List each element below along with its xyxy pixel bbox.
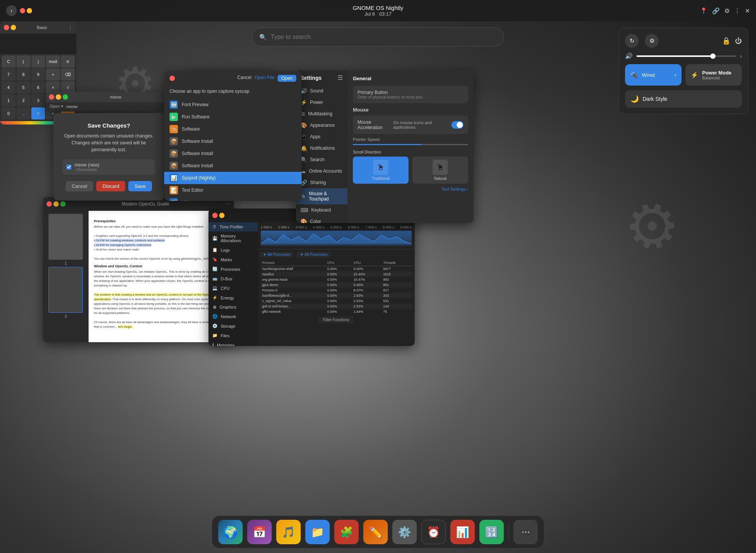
open-menu[interactable]: Open ▾ bbox=[50, 104, 63, 109]
settings-item-online-accounts[interactable]: ☁ Online Accounts bbox=[296, 165, 347, 177]
dock-bustle[interactable]: 📊 bbox=[451, 520, 475, 544]
app-software-install-3[interactable]: 📦 Software Install bbox=[164, 160, 302, 172]
btn-mod[interactable]: mod bbox=[46, 55, 60, 68]
location-icon[interactable]: 📍 bbox=[700, 7, 708, 15]
app-font-preview[interactable]: 🔤 Font Preview bbox=[164, 99, 302, 111]
btn-equals[interactable]: = bbox=[31, 107, 45, 120]
settings-item-notifications[interactable]: 🔔 Notifications bbox=[296, 142, 347, 154]
close-button[interactable] bbox=[20, 8, 25, 13]
sysprof-time-profiler[interactable]: ⏱ Time Profiler bbox=[208, 222, 258, 231]
text-editor-max[interactable] bbox=[63, 94, 68, 100]
filter-functions-btn[interactable]: Filter Functions bbox=[318, 317, 354, 323]
btn-plus-1[interactable]: + bbox=[46, 68, 60, 81]
btn-4[interactable]: 4 bbox=[2, 81, 16, 94]
power-icon[interactable]: ⏻ bbox=[735, 37, 742, 45]
app-software[interactable]: 🛍 Software bbox=[164, 123, 302, 135]
sysprof-marks[interactable]: 🔖 Marks bbox=[208, 255, 258, 264]
volume-chevron-icon[interactable]: › bbox=[740, 53, 742, 59]
app-run-software[interactable]: ▶ Run Software bbox=[164, 111, 302, 123]
ofd-close[interactable] bbox=[170, 76, 175, 81]
btn-0[interactable]: 0 bbox=[2, 107, 16, 120]
wired-button[interactable]: 🔌 Wired › bbox=[625, 64, 682, 86]
settings-item-color[interactable]: 🎨 Color bbox=[296, 216, 347, 223]
dock-files[interactable]: 📁 bbox=[305, 520, 330, 544]
settings-item-sharing[interactable]: 🔗 Sharing bbox=[296, 177, 347, 188]
btn-clear[interactable]: C bbox=[2, 55, 16, 68]
settings-item-keyboard[interactable]: ⌨ Keyboard bbox=[296, 204, 347, 216]
ofd-cancel[interactable]: Cancel bbox=[237, 75, 251, 82]
text-editor-min[interactable] bbox=[56, 94, 61, 100]
test-settings-button[interactable]: Test Settings › bbox=[353, 187, 468, 191]
power-mode-button[interactable]: ⚡ Power Mode Balanced bbox=[685, 64, 742, 86]
settings-item-search[interactable]: 🔍 Search bbox=[296, 154, 347, 165]
save-button[interactable]: Save bbox=[128, 181, 152, 191]
page-thumb-1[interactable] bbox=[48, 214, 83, 260]
search-bar[interactable]: 🔍 bbox=[252, 27, 504, 47]
sysprof-metadata[interactable]: ℹ Metadata bbox=[208, 340, 258, 346]
app-sysprof[interactable]: 📊 Sysprof (Nightly) bbox=[164, 172, 302, 184]
dock-calculator[interactable]: 🔢 bbox=[480, 520, 504, 544]
dock-text-editor[interactable]: ✏️ bbox=[363, 520, 388, 544]
dock-calendar[interactable]: 📅 bbox=[247, 520, 272, 544]
calc-close[interactable] bbox=[4, 25, 9, 30]
settings-icon[interactable]: ⚙ bbox=[724, 7, 730, 15]
btn-close-paren[interactable]: ) bbox=[31, 55, 45, 68]
minimize-button[interactable] bbox=[27, 8, 32, 13]
sysprof-processes[interactable]: 🔄 Processes bbox=[208, 264, 258, 274]
papers-max[interactable] bbox=[60, 201, 66, 207]
sysprof-cpu[interactable]: 💻 CPU bbox=[208, 283, 258, 293]
text-editor-window[interactable]: meow Open ▾ meow bbox=[46, 92, 164, 112]
discard-button[interactable]: Discard bbox=[96, 181, 125, 191]
close-icon[interactable]: ✕ bbox=[745, 7, 750, 15]
sysprof-dbus[interactable]: 🚌 D-Bus bbox=[208, 274, 258, 283]
volume-slider[interactable] bbox=[636, 55, 736, 57]
save-checkbox[interactable] bbox=[66, 165, 71, 170]
btn-pi[interactable]: π bbox=[61, 55, 75, 68]
calc-menu-icon[interactable]: ⋮ bbox=[68, 25, 73, 30]
cancel-button[interactable]: Cancel bbox=[66, 181, 93, 191]
app-videos[interactable]: 🎬 Videos bbox=[164, 196, 302, 201]
btn-backspace[interactable]: ⌫ bbox=[61, 68, 75, 81]
primary-button-row[interactable]: Primary Button Order of physical buttons… bbox=[353, 86, 468, 103]
search-input[interactable] bbox=[271, 34, 497, 40]
scroll-traditional[interactable]: 🖱 Traditional bbox=[353, 157, 409, 184]
sysprof-logs[interactable]: 📋 Logs bbox=[208, 245, 258, 255]
btn-8[interactable]: 8 bbox=[16, 68, 31, 81]
dock-settings[interactable]: ⚙️ bbox=[393, 520, 417, 544]
page-thumb-2[interactable] bbox=[48, 267, 83, 313]
volume-thumb[interactable] bbox=[710, 53, 716, 59]
sysprof-graphics[interactable]: 🖥 Graphics bbox=[208, 302, 258, 312]
all-processes-filter[interactable]: ▼ All Processes bbox=[260, 252, 294, 257]
settings-item-mouse-touchpad[interactable]: 🖱 Mouse & Touchpad bbox=[296, 188, 347, 204]
settings-item-sound[interactable]: 🔊 Sound bbox=[296, 85, 347, 97]
btn-6[interactable]: 6 bbox=[31, 81, 45, 94]
rotate-icon[interactable]: ↻ bbox=[625, 34, 639, 48]
overflow-menu-icon[interactable]: ⋮ bbox=[734, 7, 740, 15]
btn-1[interactable]: 1 bbox=[2, 94, 16, 107]
settings-gear-icon[interactable]: ⚙ bbox=[645, 34, 659, 48]
papers-menu[interactable]: ⋯ bbox=[225, 201, 230, 207]
sysprof-min[interactable] bbox=[219, 213, 225, 218]
sysprof-close[interactable] bbox=[212, 213, 218, 218]
btn-3[interactable]: 3 bbox=[31, 94, 45, 107]
btn-7[interactable]: 7 bbox=[2, 68, 16, 81]
ofd-open[interactable]: Open bbox=[278, 75, 296, 82]
back-button[interactable]: ‹ bbox=[6, 5, 17, 16]
btn-2[interactable]: 2 bbox=[16, 94, 31, 107]
dock-rhythmbox[interactable]: 🎵 bbox=[276, 520, 301, 544]
mouse-accel-toggle[interactable] bbox=[451, 121, 464, 129]
sysprof-energy[interactable]: ⚡ Energy bbox=[208, 293, 258, 302]
sysprof-memory[interactable]: 💾 Memory Allocations bbox=[208, 231, 258, 245]
sysprof-network[interactable]: 🌐 Network bbox=[208, 312, 258, 321]
dock-app-grid[interactable]: ⋯ bbox=[514, 520, 538, 544]
lock-icon[interactable]: 🔒 bbox=[722, 37, 730, 45]
ofd-open-file[interactable]: Open File bbox=[255, 75, 275, 82]
settings-item-apps[interactable]: 📱 Apps bbox=[296, 131, 347, 142]
settings-item-appearance[interactable]: 🎨 Appearance bbox=[296, 120, 347, 131]
dark-style-button[interactable]: 🌙 Dark Style bbox=[625, 90, 742, 108]
papers-min[interactable] bbox=[53, 201, 59, 207]
btn-open-paren[interactable]: ( bbox=[16, 55, 31, 68]
calc-min[interactable] bbox=[11, 25, 16, 30]
all-processes-filter-2[interactable]: ▼ All Processes bbox=[297, 252, 331, 257]
dock-clocks[interactable]: ⏰ bbox=[422, 520, 446, 544]
